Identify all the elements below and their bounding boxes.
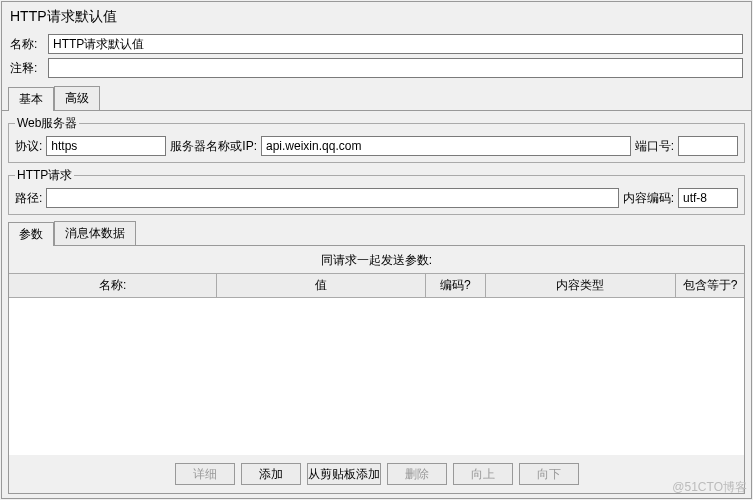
up-button[interactable]: 向上 <box>453 463 513 485</box>
watermark: @51CTO博客 <box>672 479 747 496</box>
params-area: 同请求一起发送参数: 名称: 值 编码? 内容类型 包含等于? 详细 添加 从剪… <box>8 246 745 494</box>
http-request-legend: HTTP请求 <box>15 167 74 184</box>
comment-row: 注释: <box>2 56 751 80</box>
clipboard-add-button[interactable]: 从剪贴板添加 <box>307 463 381 485</box>
inner-tabs: 参数 消息体数据 <box>8 221 745 246</box>
protocol-input[interactable] <box>46 136 166 156</box>
params-buttons: 详细 添加 从剪贴板添加 删除 向上 向下 <box>9 455 744 493</box>
detail-button[interactable]: 详细 <box>175 463 235 485</box>
tab-params[interactable]: 参数 <box>8 222 54 246</box>
path-input[interactable] <box>46 188 618 208</box>
server-label: 服务器名称或IP: <box>170 138 257 155</box>
encoding-label: 内容编码: <box>623 190 674 207</box>
params-title: 同请求一起发送参数: <box>9 246 744 273</box>
name-row: 名称: <box>2 32 751 56</box>
window-title: HTTP请求默认值 <box>2 2 751 32</box>
tab-advanced[interactable]: 高级 <box>54 86 100 110</box>
comment-label: 注释: <box>10 60 44 77</box>
name-input[interactable] <box>48 34 743 54</box>
delete-button[interactable]: 删除 <box>387 463 447 485</box>
tab-content: Web服务器 协议: 服务器名称或IP: 端口号: HTTP请求 路径: 内容编… <box>2 111 751 498</box>
tab-basic[interactable]: 基本 <box>8 87 54 111</box>
encoding-input[interactable] <box>678 188 738 208</box>
col-value[interactable]: 值 <box>217 274 425 297</box>
col-name[interactable]: 名称: <box>9 274 217 297</box>
port-input[interactable] <box>678 136 738 156</box>
add-button[interactable]: 添加 <box>241 463 301 485</box>
name-label: 名称: <box>10 36 44 53</box>
col-type[interactable]: 内容类型 <box>486 274 676 297</box>
window: HTTP请求默认值 名称: 注释: 基本 高级 Web服务器 协议: 服务器名称… <box>1 1 752 499</box>
port-label: 端口号: <box>635 138 674 155</box>
down-button[interactable]: 向下 <box>519 463 579 485</box>
web-server-fieldset: Web服务器 协议: 服务器名称或IP: 端口号: <box>8 115 745 163</box>
col-equals[interactable]: 包含等于? <box>676 274 744 297</box>
web-server-legend: Web服务器 <box>15 115 79 132</box>
params-body[interactable] <box>9 298 744 455</box>
col-encode[interactable]: 编码? <box>426 274 486 297</box>
comment-input[interactable] <box>48 58 743 78</box>
params-header: 名称: 值 编码? 内容类型 包含等于? <box>9 273 744 298</box>
main-tabs: 基本 高级 <box>2 80 751 111</box>
tab-body[interactable]: 消息体数据 <box>54 221 136 245</box>
http-request-fieldset: HTTP请求 路径: 内容编码: <box>8 167 745 215</box>
protocol-label: 协议: <box>15 138 42 155</box>
server-input[interactable] <box>261 136 631 156</box>
path-label: 路径: <box>15 190 42 207</box>
